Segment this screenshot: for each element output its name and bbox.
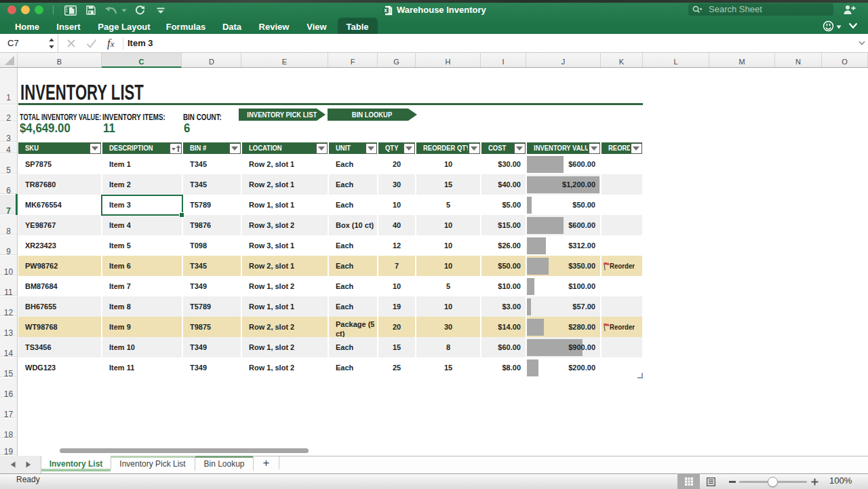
svg-text:x: x <box>384 7 387 14</box>
